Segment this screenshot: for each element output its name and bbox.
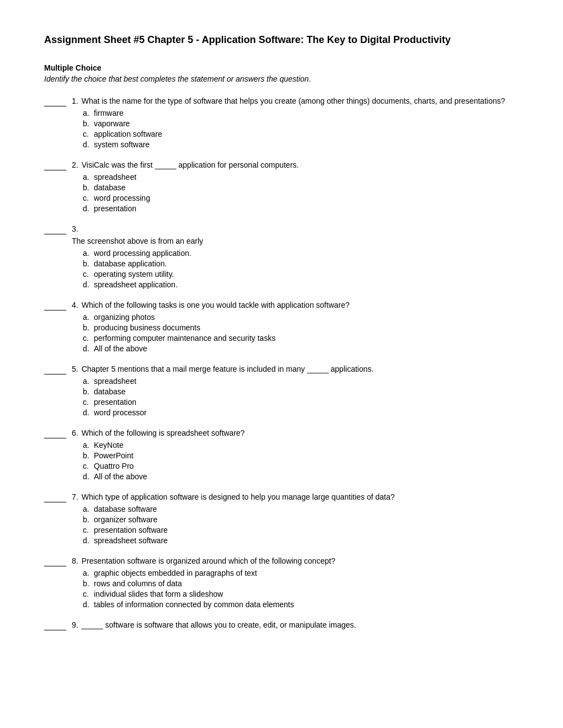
- choice-item: a.KeyNote: [83, 441, 519, 449]
- choice-letter: a.: [83, 249, 94, 258]
- choice-text: performing computer maintenance and secu…: [94, 334, 275, 342]
- question-content: 9._____ software is software that allows…: [72, 620, 519, 629]
- choice-text: All of the above: [94, 344, 147, 353]
- choice-item: d.tables of information connected by com…: [83, 600, 519, 609]
- choice-item: c.individual slides that form a slidesho…: [83, 590, 519, 598]
- choice-text: presentation: [94, 398, 136, 406]
- question-text: VisiCalc was the first _____ application…: [82, 160, 299, 169]
- choice-letter: b.: [83, 451, 94, 460]
- choice-text: spreadsheet software: [94, 536, 168, 545]
- choice-text: tables of information connected by commo…: [94, 600, 294, 609]
- choice-letter: a.: [83, 377, 94, 386]
- choice-letter: c.: [83, 526, 94, 534]
- choice-letter: d.: [83, 280, 94, 289]
- choice-letter: c.: [83, 270, 94, 279]
- section-instruction: Identify the choice that best completes …: [44, 74, 519, 83]
- choice-text: PowerPoint: [94, 451, 134, 460]
- choice-text: vaporware: [94, 119, 130, 128]
- question-item: 1.What is the name for the type of softw…: [44, 97, 519, 151]
- question-text: Presentation software is organized aroun…: [82, 556, 336, 565]
- choice-item: d.spreadsheet application.: [83, 280, 519, 289]
- page-title: Assignment Sheet #5 Chapter 5 - Applicat…: [44, 33, 519, 47]
- choice-letter: a.: [83, 569, 94, 577]
- question-item: 7.Which type of application software is …: [44, 493, 519, 547]
- choice-item: c.presentation: [83, 398, 519, 406]
- question-content: 5.Chapter 5 mentions that a mail merge f…: [72, 365, 519, 419]
- choices-list: a.spreadsheetb.databasec.word processing…: [83, 173, 519, 213]
- question-content: 3.The screenshot above is from an earlya…: [72, 224, 519, 291]
- question-content: 7.Which type of application software is …: [72, 493, 519, 547]
- question-content: 8.Presentation software is organized aro…: [72, 556, 519, 611]
- questions-list: 1.What is the name for the type of softw…: [44, 97, 519, 630]
- choice-letter: b.: [83, 579, 94, 588]
- choice-letter: c.: [83, 590, 94, 598]
- choice-item: b.rows and columns of data: [83, 579, 519, 588]
- choice-text: presentation: [94, 204, 136, 213]
- question-number: 7.: [72, 493, 78, 501]
- choice-text: rows and columns of data: [94, 579, 182, 588]
- answer-blank: [44, 430, 66, 438]
- question-text: Which type of application software is de…: [82, 493, 395, 501]
- question-number: 5.: [72, 365, 78, 373]
- choice-item: d.system software: [83, 140, 519, 149]
- choices-list: a.firmwareb.vaporwarec.application softw…: [83, 109, 519, 149]
- choice-letter: c.: [83, 334, 94, 342]
- question-item: 4.Which of the following tasks is one yo…: [44, 301, 519, 355]
- choice-letter: d.: [83, 408, 94, 417]
- question-number: 1.: [72, 97, 78, 105]
- choice-letter: d.: [83, 600, 94, 609]
- choice-item: b.database application.: [83, 259, 519, 268]
- question-number: 8.: [72, 556, 78, 565]
- choice-letter: b.: [83, 387, 94, 396]
- answer-blank: [44, 494, 66, 502]
- answer-blank: [44, 558, 66, 566]
- choice-item: b.vaporware: [83, 119, 519, 128]
- choice-text: spreadsheet: [94, 377, 136, 386]
- choice-item: b.organizer software: [83, 515, 519, 524]
- choice-item: b.database: [83, 183, 519, 192]
- question-text: Which of the following tasks is one you …: [82, 301, 350, 309]
- choice-item: a.organizing photos: [83, 313, 519, 322]
- choices-list: a.KeyNoteb.PowerPointc.Quattro Prod.All …: [83, 441, 519, 481]
- question-subtext: The screenshot above is from an early: [72, 237, 519, 245]
- choice-text: Quattro Pro: [94, 462, 134, 470]
- choice-letter: d.: [83, 472, 94, 481]
- choice-letter: d.: [83, 344, 94, 353]
- choice-letter: a.: [83, 313, 94, 322]
- choice-text: database: [94, 183, 126, 192]
- question-item: 5.Chapter 5 mentions that a mail merge f…: [44, 365, 519, 419]
- answer-blank: [44, 162, 66, 170]
- choices-list: a.database softwareb.organizer softwarec…: [83, 505, 519, 545]
- choice-text: operating system utility.: [94, 270, 174, 279]
- choice-letter: a.: [83, 441, 94, 449]
- choice-text: presentation software: [94, 526, 168, 534]
- choice-text: database: [94, 387, 126, 396]
- choice-text: spreadsheet: [94, 173, 136, 181]
- choice-item: d.word processor: [83, 408, 519, 417]
- choice-letter: b.: [83, 515, 94, 524]
- choice-letter: c.: [83, 130, 94, 138]
- answer-blank: [44, 622, 66, 630]
- choice-item: b.database: [83, 387, 519, 396]
- choice-item: a.firmware: [83, 109, 519, 117]
- choice-item: c.performing computer maintenance and se…: [83, 334, 519, 342]
- choice-letter: c.: [83, 398, 94, 406]
- choice-text: individual slides that form a slideshow: [94, 590, 223, 598]
- choice-text: producing business documents: [94, 323, 200, 332]
- answer-blank: [44, 226, 66, 234]
- choices-list: a.spreadsheetb.databasec.presentationd.w…: [83, 377, 519, 417]
- choice-item: d.spreadsheet software: [83, 536, 519, 545]
- answer-blank: [44, 366, 66, 374]
- choice-text: word processing: [94, 194, 150, 202]
- choice-text: organizer software: [94, 515, 157, 524]
- choice-item: c.presentation software: [83, 526, 519, 534]
- choice-letter: b.: [83, 323, 94, 332]
- choice-text: application software: [94, 130, 162, 138]
- choice-item: c.Quattro Pro: [83, 462, 519, 470]
- question-text: Which of the following is spreadsheet so…: [82, 429, 245, 437]
- choice-item: d.All of the above: [83, 344, 519, 353]
- choice-item: a.database software: [83, 505, 519, 513]
- choice-text: All of the above: [94, 472, 147, 481]
- question-item: 2.VisiCalc was the first _____ applicati…: [44, 160, 519, 215]
- question-number: 6.: [72, 429, 78, 437]
